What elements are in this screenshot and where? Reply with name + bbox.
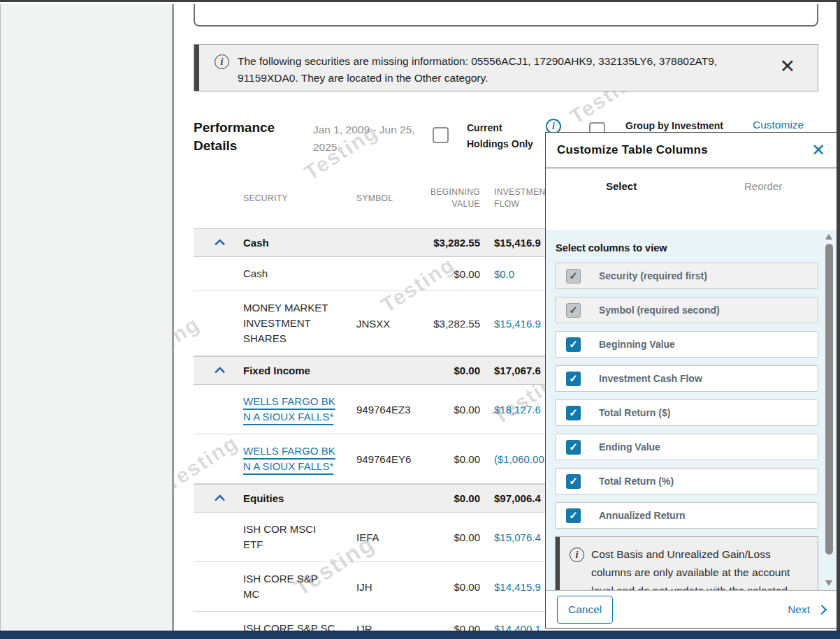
column-option[interactable]: ✓ Security (required first)	[555, 263, 818, 289]
symbol-cell: IJH	[356, 581, 424, 593]
col-header-security[interactable]: SECURITY	[243, 189, 356, 223]
beginning-value-cell: $0.00	[424, 404, 480, 416]
checkbox-checked-icon[interactable]: ✓	[566, 508, 581, 523]
group-beginning-value: $0.00	[424, 357, 480, 384]
checkbox-checked-icon[interactable]: ✓	[566, 474, 581, 489]
current-holdings-checkbox[interactable]	[433, 127, 449, 143]
modal-scrollbar[interactable]	[825, 232, 834, 588]
window-right-border	[837, 2, 840, 639]
column-option[interactable]: ✓ Ending Value	[555, 434, 818, 460]
current-holdings-label: Current Holdings Only	[467, 120, 534, 152]
column-option-label: Beginning Value	[599, 339, 675, 350]
left-sidebar	[0, 4, 172, 631]
symbol-cell: JNSXX	[356, 318, 424, 330]
group-name: Equities	[243, 485, 356, 512]
column-option-label: Security (required first)	[599, 270, 707, 281]
column-option[interactable]: ✓ Total Return (%)	[555, 468, 818, 494]
checkbox-checked-icon[interactable]: ✓	[566, 337, 581, 352]
chevron-right-icon	[817, 604, 827, 614]
modal-stepper: Select Reorder	[546, 168, 837, 230]
col-header-beginning-value[interactable]: BEGINNING VALUE	[424, 182, 480, 228]
security-cell: Cash	[243, 257, 335, 291]
window-bottom-bar[interactable]	[0, 631, 840, 639]
top-input-card[interactable]	[194, 4, 818, 27]
column-option-label: Investment Cash Flow	[599, 373, 702, 384]
group-beginning-value: $0.00	[424, 485, 480, 512]
column-option[interactable]: ✓ Symbol (required second)	[555, 297, 818, 323]
group-name: Fixed Income	[243, 357, 356, 384]
info-icon: i	[570, 548, 584, 562]
beginning-value-cell: $0.00	[424, 453, 480, 465]
banner-accent-bar	[194, 45, 199, 91]
column-option-label: Symbol (required second)	[599, 304, 720, 316]
checkbox-checked-icon[interactable]: ✓	[566, 406, 581, 420]
security-cell: MONEY MARKET INVESTMENT SHARES	[243, 291, 335, 355]
column-option[interactable]: ✓ Annualized Return	[555, 502, 818, 529]
beginning-value-cell: $3,282.55	[424, 318, 480, 330]
step-select-label: Select	[606, 180, 637, 192]
app-window: Testing Testing Testing Testing Testing …	[0, 0, 840, 639]
chevron-up-icon[interactable]	[215, 367, 226, 378]
date-range[interactable]: Jan 1, 2009 - Jun 25, 2025	[313, 121, 428, 156]
chevron-up-icon[interactable]	[215, 239, 226, 250]
group-name: Cash	[243, 229, 356, 256]
column-option[interactable]: ✓ Total Return ($)	[555, 399, 818, 426]
symbol-cell: 949764EZ3	[356, 404, 424, 416]
modal-close-icon[interactable]: ✕	[811, 143, 825, 157]
column-option-label: Annualized Return	[599, 510, 686, 521]
column-option[interactable]: ✓ Beginning Value	[555, 331, 818, 358]
scroll-up-arrow[interactable]	[825, 234, 832, 240]
beginning-value-cell: $0.00	[424, 268, 480, 280]
cancel-button[interactable]: Cancel	[557, 596, 613, 624]
scrollbar-thumb[interactable]	[825, 244, 833, 554]
security-cell: ISH CORE S&P MC	[243, 562, 335, 611]
modal-note: i Cost Basis and Unrealized Gain/Loss co…	[555, 536, 818, 590]
sidebar-divider	[172, 4, 174, 631]
security-cell: WELLS FARGO BK N A SIOUX FALLS*	[243, 385, 335, 434]
symbol-cell: 949764EY6	[356, 453, 424, 465]
column-option[interactable]: ✓ Investment Cash Flow	[555, 365, 818, 392]
modal-footer: Cancel Next	[546, 590, 837, 628]
next-button[interactable]: Next	[788, 603, 825, 616]
modal-title: Customize Table Columns	[557, 143, 708, 157]
next-label: Next	[788, 603, 810, 616]
scroll-down-arrow[interactable]	[825, 580, 832, 586]
column-option-label: Ending Value	[599, 441, 660, 453]
checkbox-checked-icon[interactable]: ✓	[566, 372, 581, 386]
column-option-label: Total Return ($)	[599, 407, 670, 418]
col-header-symbol[interactable]: SYMBOL	[356, 189, 424, 223]
modal-column-list: Select columns to view ✓ Security (requi…	[546, 230, 837, 590]
customize-link[interactable]: Customize	[753, 119, 804, 131]
info-icon: i	[215, 54, 229, 69]
banner-message: The following securities are missing inf…	[238, 53, 771, 87]
checkbox-checked-icon[interactable]: ✓	[566, 440, 581, 455]
banner-close-icon[interactable]: ✕	[779, 59, 795, 87]
security-cell: ISH COR MSCI ETF	[243, 513, 335, 561]
page-title: Performance Details	[194, 119, 291, 155]
step-reorder-label: Reorder	[744, 180, 782, 192]
beginning-value-cell: $0.00	[424, 623, 480, 631]
modal-header: Customize Table Columns ✕	[546, 133, 837, 168]
beginning-value-cell: $0.00	[424, 581, 480, 593]
beginning-value-cell: $0.00	[424, 531, 480, 543]
list-heading: Select columns to view	[556, 242, 818, 254]
group-beginning-value: $3,282.55	[424, 229, 480, 256]
checkbox-checked-icon[interactable]: ✓	[566, 303, 581, 318]
security-cell: WELLS FARGO BK N A SIOUX FALLS*	[243, 434, 335, 483]
symbol-cell: IEFA	[356, 531, 424, 543]
customize-columns-modal: Customize Table Columns ✕ Select Reorder…	[545, 132, 837, 629]
group-by-label: Group by Investment	[625, 120, 723, 131]
column-option-label: Total Return (%)	[599, 476, 674, 487]
checkbox-checked-icon[interactable]: ✓	[566, 269, 581, 284]
note-text: Cost Basis and Unrealized Gain/Loss colu…	[591, 545, 801, 590]
missing-securities-banner: i The following securities are missing i…	[194, 44, 818, 91]
symbol-cell: IJR	[356, 623, 424, 631]
chevron-up-icon[interactable]	[215, 494, 226, 506]
security-cell: ISH CORE S&P SC	[243, 612, 335, 631]
